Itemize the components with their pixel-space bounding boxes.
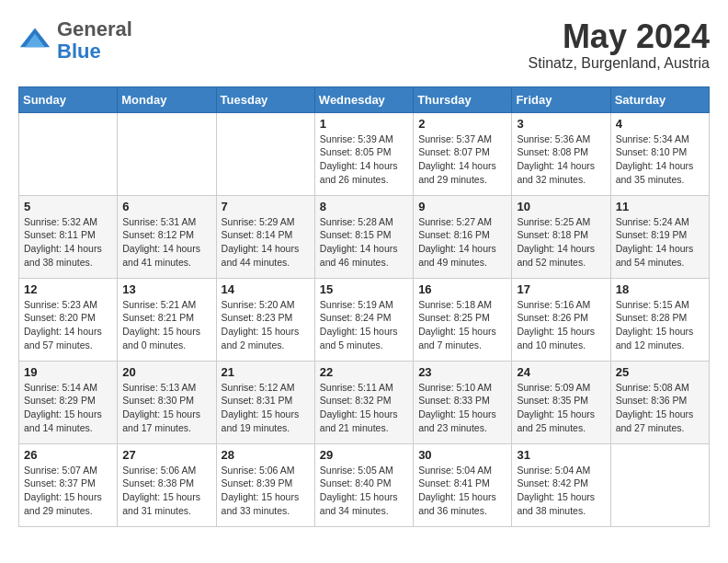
day-info: Sunrise: 5:04 AMSunset: 8:42 PMDaylight:… — [517, 464, 605, 518]
calendar-cell: 15Sunrise: 5:19 AMSunset: 8:24 PMDayligh… — [314, 278, 413, 361]
day-number: 26 — [24, 448, 112, 462]
calendar-cell: 22Sunrise: 5:11 AMSunset: 8:32 PMDayligh… — [314, 361, 413, 443]
day-info: Sunrise: 5:28 AMSunset: 8:15 PMDaylight:… — [320, 215, 408, 270]
day-number: 14 — [222, 282, 310, 296]
logo-icon — [18, 24, 51, 57]
calendar-cell — [216, 112, 314, 195]
day-number: 31 — [517, 448, 605, 462]
day-number: 4 — [616, 117, 704, 131]
calendar-cell: 4Sunrise: 5:34 AMSunset: 8:10 PMDaylight… — [610, 112, 709, 195]
calendar-week-1: 1Sunrise: 5:39 AMSunset: 8:05 PMDaylight… — [19, 112, 710, 195]
day-info: Sunrise: 5:13 AMSunset: 8:30 PMDaylight:… — [122, 381, 210, 435]
title-block: May 2024 Stinatz, Burgenland, Austria — [529, 18, 710, 72]
month-title: May 2024 — [529, 18, 710, 55]
calendar-cell: 8Sunrise: 5:28 AMSunset: 8:15 PMDaylight… — [314, 195, 413, 278]
day-header-monday: Monday — [118, 86, 216, 112]
day-info: Sunrise: 5:39 AMSunset: 8:05 PMDaylight:… — [320, 132, 408, 187]
day-info: Sunrise: 5:07 AMSunset: 8:37 PMDaylight:… — [24, 464, 112, 518]
calendar-cell: 23Sunrise: 5:10 AMSunset: 8:33 PMDayligh… — [414, 361, 512, 443]
day-header-friday: Friday — [512, 86, 610, 112]
day-number: 20 — [122, 365, 210, 379]
logo-blue-text: Blue — [57, 40, 101, 63]
day-info: Sunrise: 5:34 AMSunset: 8:10 PMDaylight:… — [616, 132, 704, 187]
day-info: Sunrise: 5:06 AMSunset: 8:39 PMDaylight:… — [222, 464, 310, 518]
day-number: 16 — [418, 282, 506, 296]
day-number: 19 — [24, 365, 112, 379]
day-number: 12 — [24, 282, 112, 296]
calendar-cell: 20Sunrise: 5:13 AMSunset: 8:30 PMDayligh… — [118, 361, 216, 443]
day-number: 28 — [222, 448, 310, 462]
day-info: Sunrise: 5:18 AMSunset: 8:25 PMDaylight:… — [418, 298, 506, 352]
calendar-cell: 10Sunrise: 5:25 AMSunset: 8:18 PMDayligh… — [512, 195, 610, 278]
day-info: Sunrise: 5:20 AMSunset: 8:23 PMDaylight:… — [222, 298, 310, 352]
day-info: Sunrise: 5:29 AMSunset: 8:14 PMDaylight:… — [222, 215, 310, 270]
day-info: Sunrise: 5:25 AMSunset: 8:18 PMDaylight:… — [517, 215, 605, 270]
calendar-cell: 11Sunrise: 5:24 AMSunset: 8:19 PMDayligh… — [610, 195, 709, 278]
calendar-table: SundayMondayTuesdayWednesdayThursdayFrid… — [18, 86, 710, 527]
day-number: 17 — [517, 282, 605, 296]
day-header-row: SundayMondayTuesdayWednesdayThursdayFrid… — [19, 86, 710, 112]
day-header-thursday: Thursday — [414, 86, 512, 112]
calendar-cell: 7Sunrise: 5:29 AMSunset: 8:14 PMDaylight… — [216, 195, 314, 278]
day-info: Sunrise: 5:19 AMSunset: 8:24 PMDaylight:… — [320, 298, 408, 352]
day-info: Sunrise: 5:04 AMSunset: 8:41 PMDaylight:… — [418, 464, 506, 518]
page-header: General Blue May 2024 Stinatz, Burgenlan… — [18, 18, 710, 72]
day-number: 3 — [517, 117, 605, 131]
day-info: Sunrise: 5:15 AMSunset: 8:28 PMDaylight:… — [616, 298, 704, 352]
calendar-cell: 16Sunrise: 5:18 AMSunset: 8:25 PMDayligh… — [414, 278, 512, 361]
day-info: Sunrise: 5:31 AMSunset: 8:12 PMDaylight:… — [122, 215, 210, 270]
day-number: 11 — [616, 200, 704, 213]
day-number: 8 — [320, 200, 408, 213]
calendar-cell: 24Sunrise: 5:09 AMSunset: 8:35 PMDayligh… — [512, 361, 610, 443]
day-info: Sunrise: 5:12 AMSunset: 8:31 PMDaylight:… — [222, 381, 310, 435]
day-info: Sunrise: 5:10 AMSunset: 8:33 PMDaylight:… — [418, 381, 506, 435]
location-subtitle: Stinatz, Burgenland, Austria — [529, 55, 710, 72]
day-number: 5 — [24, 200, 112, 213]
day-number: 24 — [517, 365, 605, 379]
calendar-cell: 17Sunrise: 5:16 AMSunset: 8:26 PMDayligh… — [512, 278, 610, 361]
day-number: 15 — [320, 282, 408, 296]
calendar-week-2: 5Sunrise: 5:32 AMSunset: 8:11 PMDaylight… — [19, 195, 710, 278]
day-number: 30 — [418, 448, 506, 462]
calendar-cell: 28Sunrise: 5:06 AMSunset: 8:39 PMDayligh… — [216, 443, 314, 526]
day-info: Sunrise: 5:37 AMSunset: 8:07 PMDaylight:… — [418, 132, 506, 187]
day-header-wednesday: Wednesday — [314, 86, 413, 112]
day-info: Sunrise: 5:06 AMSunset: 8:38 PMDaylight:… — [122, 464, 210, 518]
calendar-cell: 26Sunrise: 5:07 AMSunset: 8:37 PMDayligh… — [19, 443, 118, 526]
day-header-saturday: Saturday — [610, 86, 709, 112]
day-number: 1 — [320, 117, 408, 131]
day-info: Sunrise: 5:36 AMSunset: 8:08 PMDaylight:… — [517, 132, 605, 187]
calendar-cell: 25Sunrise: 5:08 AMSunset: 8:36 PMDayligh… — [610, 361, 709, 443]
calendar-week-5: 26Sunrise: 5:07 AMSunset: 8:37 PMDayligh… — [19, 443, 710, 526]
day-number: 23 — [418, 365, 506, 379]
calendar-week-4: 19Sunrise: 5:14 AMSunset: 8:29 PMDayligh… — [19, 361, 710, 443]
day-number: 6 — [122, 200, 210, 213]
day-info: Sunrise: 5:24 AMSunset: 8:19 PMDaylight:… — [616, 215, 704, 270]
day-info: Sunrise: 5:16 AMSunset: 8:26 PMDaylight:… — [517, 298, 605, 352]
calendar-cell: 12Sunrise: 5:23 AMSunset: 8:20 PMDayligh… — [19, 278, 118, 361]
calendar-cell: 14Sunrise: 5:20 AMSunset: 8:23 PMDayligh… — [216, 278, 314, 361]
day-number: 9 — [418, 200, 506, 213]
calendar-cell: 29Sunrise: 5:05 AMSunset: 8:40 PMDayligh… — [314, 443, 413, 526]
logo: General Blue — [18, 18, 132, 63]
calendar-cell: 31Sunrise: 5:04 AMSunset: 8:42 PMDayligh… — [512, 443, 610, 526]
day-number: 27 — [122, 448, 210, 462]
calendar-cell: 9Sunrise: 5:27 AMSunset: 8:16 PMDaylight… — [414, 195, 512, 278]
day-number: 18 — [616, 282, 704, 296]
calendar-cell: 21Sunrise: 5:12 AMSunset: 8:31 PMDayligh… — [216, 361, 314, 443]
calendar-cell: 2Sunrise: 5:37 AMSunset: 8:07 PMDaylight… — [414, 112, 512, 195]
day-number: 10 — [517, 200, 605, 213]
day-number: 22 — [320, 365, 408, 379]
calendar-cell: 13Sunrise: 5:21 AMSunset: 8:21 PMDayligh… — [118, 278, 216, 361]
day-number: 29 — [320, 448, 408, 462]
day-info: Sunrise: 5:09 AMSunset: 8:35 PMDaylight:… — [517, 381, 605, 435]
day-number: 7 — [222, 200, 310, 213]
calendar-week-3: 12Sunrise: 5:23 AMSunset: 8:20 PMDayligh… — [19, 278, 710, 361]
calendar-cell: 30Sunrise: 5:04 AMSunset: 8:41 PMDayligh… — [414, 443, 512, 526]
calendar-cell — [19, 112, 118, 195]
day-header-sunday: Sunday — [19, 86, 118, 112]
calendar-cell: 5Sunrise: 5:32 AMSunset: 8:11 PMDaylight… — [19, 195, 118, 278]
day-info: Sunrise: 5:11 AMSunset: 8:32 PMDaylight:… — [320, 381, 408, 435]
calendar-cell — [118, 112, 216, 195]
calendar-cell: 18Sunrise: 5:15 AMSunset: 8:28 PMDayligh… — [610, 278, 709, 361]
